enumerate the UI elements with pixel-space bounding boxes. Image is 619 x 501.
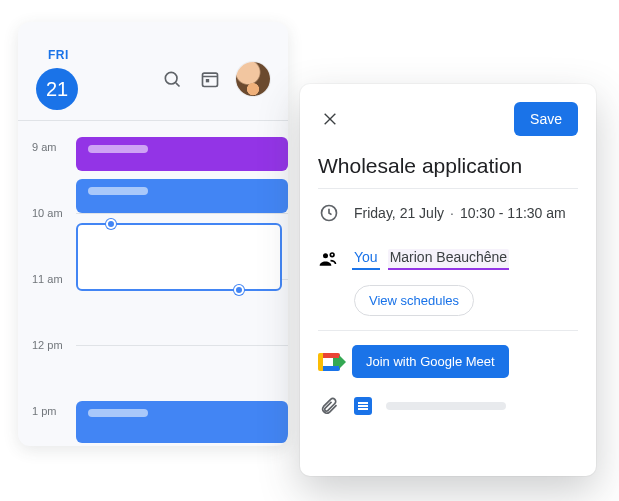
day-of-week-label: FRI [48,48,150,62]
guests-row: You Marion Beauchêne [318,237,578,273]
grid-line [76,345,288,346]
svg-point-0 [165,72,177,84]
guest-chips: You Marion Beauchêne [352,249,509,270]
new-event-selection[interactable] [76,223,282,291]
attachment-icon[interactable] [318,396,340,416]
chip-guest[interactable]: Marion Beauchêne [388,249,510,270]
date-block: FRI 21 [36,48,150,110]
separator: · [450,205,454,221]
search-icon[interactable] [160,67,184,91]
google-meet-icon [318,353,340,371]
hour-label: 12 pm [32,339,63,351]
attachment-row [318,388,578,416]
avatar[interactable] [236,62,270,96]
svg-line-1 [176,83,180,87]
detail-header: Save [318,102,578,136]
hour-label: 11 am [32,273,63,285]
today-icon[interactable] [198,67,222,91]
close-icon[interactable] [318,107,342,131]
view-schedules-button[interactable]: View schedules [354,285,474,316]
calendar-event[interactable] [76,179,288,213]
meet-row: Join with Google Meet [318,331,578,388]
event-date: Friday, 21 July [354,205,444,221]
google-doc-icon[interactable] [354,397,372,415]
hour-label: 1 pm [32,405,56,417]
event-title[interactable]: Wholesale application [318,154,578,178]
timeline[interactable]: 9 am 10 am 11 am 12 pm 1 pm [18,121,288,446]
event-time: 10:30 - 11:30 am [460,205,566,221]
calendar-event[interactable] [76,401,288,443]
day-number[interactable]: 21 [36,68,78,110]
attachment-placeholder [386,402,506,410]
save-button[interactable]: Save [514,102,578,136]
event-time-text: Friday, 21 July · 10:30 - 11:30 am [354,205,566,221]
clock-icon [318,203,340,223]
resize-handle-end[interactable] [234,285,244,295]
event-detail-card: Save Wholesale application Friday, 21 Ju… [300,84,596,476]
svg-rect-2 [203,73,218,86]
resize-handle-start[interactable] [106,219,116,229]
hour-label: 10 am [32,207,63,219]
svg-point-9 [330,253,334,257]
grid-line [76,213,288,214]
svg-rect-4 [206,79,209,82]
calendar-event[interactable] [76,137,288,171]
svg-point-8 [323,253,328,258]
people-icon [318,249,338,273]
hour-label: 9 am [32,141,56,153]
header-actions [160,62,270,96]
calendar-day-card: FRI 21 9 am 10 am 11 am 12 pm 1 pm [18,22,288,446]
calendar-header: FRI 21 [18,22,288,120]
chip-you[interactable]: You [352,249,380,270]
join-meet-button[interactable]: Join with Google Meet [352,345,509,378]
event-time-row[interactable]: Friday, 21 July · 10:30 - 11:30 am [318,189,578,237]
